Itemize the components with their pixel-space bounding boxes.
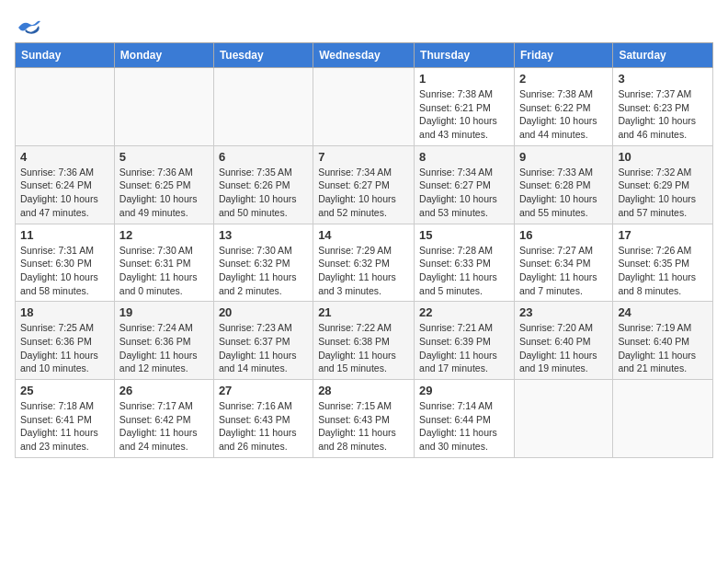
day-number: 15 (419, 228, 509, 242)
day-number: 28 (318, 384, 409, 397)
calendar-cell: 4Sunrise: 7:36 AM Sunset: 6:24 PM Daylig… (16, 145, 115, 224)
day-number: 26 (119, 384, 209, 397)
calendar-cell: 21Sunrise: 7:22 AM Sunset: 6:38 PM Dayli… (313, 302, 415, 380)
day-number: 10 (618, 150, 708, 164)
page-header (15, 15, 713, 33)
day-number: 27 (219, 384, 308, 397)
day-number: 23 (519, 305, 608, 319)
day-detail: Sunrise: 7:30 AM Sunset: 6:32 PM Dayligh… (219, 244, 308, 298)
day-number: 21 (318, 305, 409, 319)
calendar-cell: 25Sunrise: 7:18 AM Sunset: 6:41 PM Dayli… (16, 380, 115, 458)
logo (15, 18, 42, 33)
day-number: 3 (618, 72, 708, 86)
day-detail: Sunrise: 7:18 AM Sunset: 6:41 PM Dayligh… (20, 399, 109, 454)
calendar-cell: 29Sunrise: 7:14 AM Sunset: 6:44 PM Dayli… (415, 380, 515, 458)
day-number: 9 (519, 150, 608, 164)
day-number: 2 (519, 72, 608, 86)
day-detail: Sunrise: 7:24 AM Sunset: 6:36 PM Dayligh… (119, 321, 209, 375)
day-detail: Sunrise: 7:32 AM Sunset: 6:29 PM Dayligh… (618, 166, 708, 220)
col-header-tuesday: Tuesday (213, 43, 313, 68)
calendar-cell: 11Sunrise: 7:31 AM Sunset: 6:30 PM Dayli… (16, 224, 115, 302)
day-detail: Sunrise: 7:22 AM Sunset: 6:38 PM Dayligh… (318, 321, 409, 375)
day-number: 12 (119, 228, 209, 242)
calendar-cell: 1Sunrise: 7:38 AM Sunset: 6:21 PM Daylig… (415, 68, 515, 146)
calendar-cell (114, 68, 213, 146)
day-detail: Sunrise: 7:31 AM Sunset: 6:30 PM Dayligh… (20, 244, 109, 298)
col-header-friday: Friday (514, 43, 612, 68)
day-number: 22 (419, 305, 509, 319)
day-detail: Sunrise: 7:38 AM Sunset: 6:22 PM Dayligh… (519, 87, 608, 142)
day-number: 6 (219, 150, 308, 164)
calendar-cell: 8Sunrise: 7:34 AM Sunset: 6:27 PM Daylig… (415, 145, 515, 224)
day-detail: Sunrise: 7:26 AM Sunset: 6:35 PM Dayligh… (618, 244, 708, 298)
day-detail: Sunrise: 7:25 AM Sunset: 6:36 PM Dayligh… (20, 321, 109, 375)
day-detail: Sunrise: 7:37 AM Sunset: 6:23 PM Dayligh… (618, 87, 708, 142)
calendar-cell: 18Sunrise: 7:25 AM Sunset: 6:36 PM Dayli… (16, 302, 115, 380)
calendar-cell: 16Sunrise: 7:27 AM Sunset: 6:34 PM Dayli… (514, 224, 612, 302)
day-number: 29 (419, 384, 509, 397)
calendar-cell: 13Sunrise: 7:30 AM Sunset: 6:32 PM Dayli… (213, 224, 313, 302)
calendar-cell: 5Sunrise: 7:36 AM Sunset: 6:25 PM Daylig… (114, 145, 213, 224)
calendar-cell (213, 68, 313, 146)
calendar-cell: 6Sunrise: 7:35 AM Sunset: 6:26 PM Daylig… (213, 145, 313, 224)
day-number: 1 (419, 72, 509, 86)
calendar-cell (16, 68, 115, 146)
col-header-thursday: Thursday (415, 43, 515, 68)
calendar-cell: 12Sunrise: 7:30 AM Sunset: 6:31 PM Dayli… (114, 224, 213, 302)
day-number: 24 (618, 305, 708, 319)
day-detail: Sunrise: 7:34 AM Sunset: 6:27 PM Dayligh… (419, 166, 509, 220)
calendar-cell: 15Sunrise: 7:28 AM Sunset: 6:33 PM Dayli… (415, 224, 515, 302)
day-detail: Sunrise: 7:14 AM Sunset: 6:44 PM Dayligh… (419, 399, 509, 454)
week-row-2: 4Sunrise: 7:36 AM Sunset: 6:24 PM Daylig… (16, 145, 713, 224)
calendar-cell: 10Sunrise: 7:32 AM Sunset: 6:29 PM Dayli… (613, 145, 713, 224)
calendar-cell: 27Sunrise: 7:16 AM Sunset: 6:43 PM Dayli… (213, 380, 313, 458)
day-detail: Sunrise: 7:34 AM Sunset: 6:27 PM Dayligh… (318, 166, 409, 220)
day-detail: Sunrise: 7:27 AM Sunset: 6:34 PM Dayligh… (519, 244, 608, 298)
calendar-cell: 2Sunrise: 7:38 AM Sunset: 6:22 PM Daylig… (514, 68, 612, 146)
day-detail: Sunrise: 7:15 AM Sunset: 6:43 PM Dayligh… (318, 399, 409, 454)
day-detail: Sunrise: 7:30 AM Sunset: 6:31 PM Dayligh… (119, 244, 209, 298)
calendar-cell: 3Sunrise: 7:37 AM Sunset: 6:23 PM Daylig… (613, 68, 713, 146)
day-number: 11 (20, 228, 109, 242)
day-number: 25 (20, 384, 109, 397)
calendar-cell: 20Sunrise: 7:23 AM Sunset: 6:37 PM Dayli… (213, 302, 313, 380)
col-header-sunday: Sunday (16, 43, 115, 68)
day-number: 17 (618, 228, 708, 242)
calendar-cell: 22Sunrise: 7:21 AM Sunset: 6:39 PM Dayli… (415, 302, 515, 380)
day-number: 16 (519, 228, 608, 242)
week-row-3: 11Sunrise: 7:31 AM Sunset: 6:30 PM Dayli… (16, 224, 713, 302)
day-detail: Sunrise: 7:33 AM Sunset: 6:28 PM Dayligh… (519, 166, 608, 220)
day-detail: Sunrise: 7:21 AM Sunset: 6:39 PM Dayligh… (419, 321, 509, 375)
calendar-cell: 17Sunrise: 7:26 AM Sunset: 6:35 PM Dayli… (613, 224, 713, 302)
col-header-monday: Monday (114, 43, 213, 68)
day-number: 20 (219, 305, 308, 319)
day-number: 14 (318, 228, 409, 242)
calendar-cell: 19Sunrise: 7:24 AM Sunset: 6:36 PM Dayli… (114, 302, 213, 380)
col-header-saturday: Saturday (613, 43, 713, 68)
calendar-cell (514, 380, 612, 458)
day-detail: Sunrise: 7:16 AM Sunset: 6:43 PM Dayligh… (219, 399, 308, 454)
day-detail: Sunrise: 7:36 AM Sunset: 6:24 PM Dayligh… (20, 166, 109, 220)
week-row-4: 18Sunrise: 7:25 AM Sunset: 6:36 PM Dayli… (16, 302, 713, 380)
day-number: 18 (20, 305, 109, 319)
day-number: 13 (219, 228, 308, 242)
calendar-cell: 26Sunrise: 7:17 AM Sunset: 6:42 PM Dayli… (114, 380, 213, 458)
calendar-cell: 24Sunrise: 7:19 AM Sunset: 6:40 PM Dayli… (613, 302, 713, 380)
calendar-cell: 14Sunrise: 7:29 AM Sunset: 6:32 PM Dayli… (313, 224, 415, 302)
col-header-wednesday: Wednesday (313, 43, 415, 68)
day-detail: Sunrise: 7:20 AM Sunset: 6:40 PM Dayligh… (519, 321, 608, 375)
day-detail: Sunrise: 7:38 AM Sunset: 6:21 PM Dayligh… (419, 87, 509, 142)
day-number: 5 (119, 150, 209, 164)
day-number: 19 (119, 305, 209, 319)
calendar-cell (313, 68, 415, 146)
calendar-cell: 9Sunrise: 7:33 AM Sunset: 6:28 PM Daylig… (514, 145, 612, 224)
calendar-cell: 23Sunrise: 7:20 AM Sunset: 6:40 PM Dayli… (514, 302, 612, 380)
calendar-header-row: SundayMondayTuesdayWednesdayThursdayFrid… (16, 43, 713, 68)
day-detail: Sunrise: 7:19 AM Sunset: 6:40 PM Dayligh… (618, 321, 708, 375)
day-number: 4 (20, 150, 109, 164)
day-detail: Sunrise: 7:36 AM Sunset: 6:25 PM Dayligh… (119, 166, 209, 220)
week-row-1: 1Sunrise: 7:38 AM Sunset: 6:21 PM Daylig… (16, 68, 713, 146)
logo-bird-icon (17, 18, 42, 37)
day-number: 8 (419, 150, 509, 164)
calendar-body: 1Sunrise: 7:38 AM Sunset: 6:21 PM Daylig… (16, 68, 713, 458)
